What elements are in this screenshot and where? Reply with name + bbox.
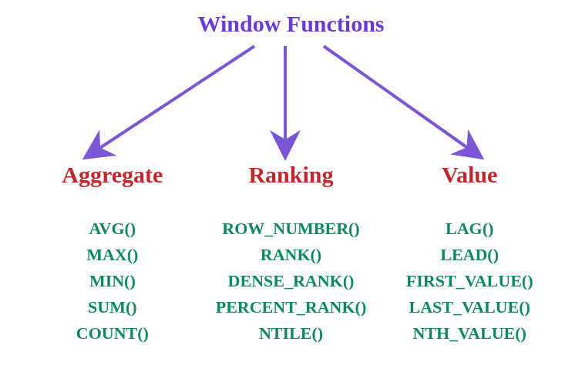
function-item: NTILE() bbox=[206, 320, 375, 347]
function-item: MIN() bbox=[28, 268, 197, 294]
function-item: AVG() bbox=[28, 216, 197, 242]
function-item: LAST_VALUE() bbox=[385, 294, 554, 320]
diagram-title: Window Functions bbox=[0, 11, 582, 37]
function-item: MAX() bbox=[28, 242, 197, 268]
category-label-aggregate: Aggregate bbox=[28, 162, 197, 188]
function-item: NTH_VALUE() bbox=[385, 320, 554, 347]
functions-row: AVG() MAX() MIN() SUM() COUNT() ROW_NUMB… bbox=[0, 216, 582, 347]
functions-col-ranking: ROW_NUMBER() RANK() DENSE_RANK() PERCENT… bbox=[206, 216, 375, 347]
functions-col-value: LAG() LEAD() FIRST_VALUE() LAST_VALUE() … bbox=[385, 216, 554, 347]
function-item: LAG() bbox=[385, 216, 554, 242]
functions-col-aggregate: AVG() MAX() MIN() SUM() COUNT() bbox=[28, 216, 197, 347]
function-item: PERCENT_RANK() bbox=[206, 294, 375, 320]
function-item: RANK() bbox=[206, 242, 375, 268]
function-item: COUNT() bbox=[28, 320, 197, 347]
arrow-to-value bbox=[324, 46, 482, 158]
function-item: ROW_NUMBER() bbox=[206, 216, 375, 242]
arrow-to-aggregate bbox=[85, 46, 254, 158]
categories-row: Aggregate Ranking Value bbox=[0, 162, 582, 188]
function-item: LEAD() bbox=[385, 242, 554, 268]
function-item: FIRST_VALUE() bbox=[385, 268, 554, 294]
category-label-ranking: Ranking bbox=[206, 162, 375, 188]
category-label-value: Value bbox=[385, 162, 554, 188]
function-item: SUM() bbox=[28, 294, 197, 320]
function-item: DENSE_RANK() bbox=[206, 268, 375, 294]
